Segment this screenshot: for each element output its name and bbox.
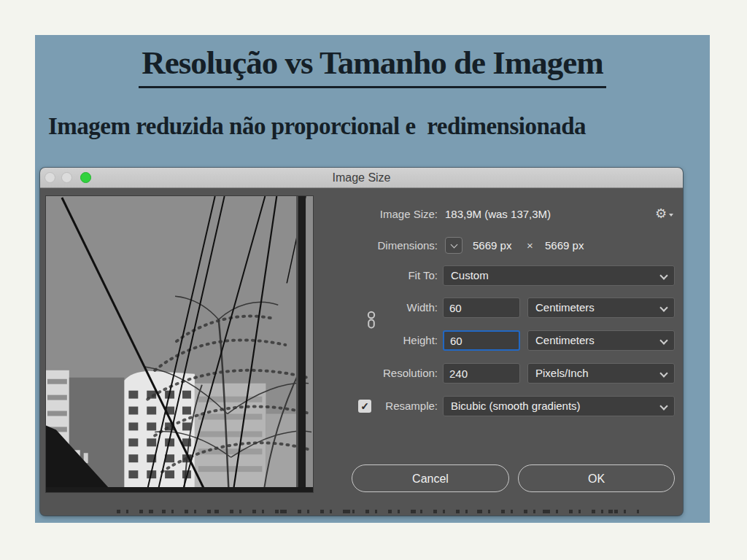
resolution-unit-select[interactable]: Pixels/Inch — [527, 363, 675, 384]
width-input[interactable] — [443, 298, 520, 318]
chevron-down-icon — [659, 402, 667, 410]
dimensions-height-value: 5669 px — [545, 237, 584, 254]
resolution-row: Resolution: Pixels/Inch — [40, 363, 683, 384]
resolution-unit-value: Pixels/Inch — [535, 367, 589, 379]
dimensions-width-value: 5669 px — [473, 237, 511, 254]
gear-caret-icon — [669, 214, 673, 217]
clipped-text-remnant — [117, 510, 639, 513]
image-size-dialog: Image Size — [40, 168, 683, 516]
minimize-window-button[interactable] — [61, 172, 72, 183]
chevron-down-icon — [451, 241, 458, 249]
resample-method-select[interactable]: Bicubic (smooth gradients) — [443, 396, 675, 416]
page-title: Resolução vs Tamanho de Imagem — [139, 44, 606, 88]
width-label: Width: — [40, 298, 438, 318]
chevron-down-icon — [659, 271, 667, 279]
page-title-wrap: Resolução vs Tamanho de Imagem — [35, 44, 710, 88]
chevron-down-icon — [659, 303, 667, 311]
image-size-row: Image Size: 183,9M (was 137,3M) — [40, 206, 683, 222]
resample-row: ✓ Resample: Bicubic (smooth gradients) — [40, 396, 683, 416]
fit-to-select[interactable]: Custom — [443, 265, 675, 286]
slide-panel: Resolução vs Tamanho de Imagem Imagem re… — [35, 35, 710, 523]
gear-icon: ⚙ — [655, 206, 667, 221]
dialog-titlebar[interactable]: Image Size — [40, 168, 683, 188]
fit-to-row: Fit To: Custom — [40, 265, 683, 286]
fit-to-label: Fit To: — [40, 265, 438, 286]
resolution-label: Resolution: — [40, 363, 438, 384]
dimensions-row: Dimensions: 5669 px × 5669 px — [40, 237, 683, 254]
width-row: Width: Centimeters — [40, 298, 683, 318]
close-window-button[interactable] — [44, 172, 55, 183]
height-unit-select[interactable]: Centimeters — [527, 330, 675, 351]
dimensions-label: Dimensions: — [40, 237, 438, 254]
page-subtitle: Imagem reduzida não proporcional e redim… — [48, 113, 586, 140]
chevron-down-icon — [659, 369, 667, 377]
image-size-label: Image Size: — [40, 206, 438, 222]
resample-method-value: Bicubic (smooth gradients) — [451, 400, 581, 412]
fit-to-selected-value: Custom — [451, 269, 489, 281]
chevron-down-icon — [659, 336, 667, 344]
zoom-window-button[interactable] — [80, 172, 91, 183]
width-unit-select[interactable]: Centimeters — [527, 298, 675, 318]
height-input[interactable] — [443, 330, 520, 351]
dialog-title: Image Size — [40, 168, 683, 188]
resample-label: Resample: — [40, 396, 438, 416]
width-unit-value: Centimeters — [535, 301, 595, 314]
dimensions-times: × — [527, 237, 533, 254]
settings-menu-button[interactable]: ⚙ — [655, 206, 673, 222]
resolution-input[interactable] — [443, 363, 520, 384]
height-row: Height: Centimeters — [40, 330, 683, 351]
dimensions-unit-button[interactable] — [445, 237, 462, 254]
height-label: Height: — [40, 330, 438, 351]
cancel-button[interactable]: Cancel — [352, 464, 509, 492]
image-size-value: 183,9M (was 137,3M) — [445, 206, 551, 222]
ok-button[interactable]: OK — [518, 464, 675, 492]
height-unit-value: Centimeters — [535, 334, 595, 346]
